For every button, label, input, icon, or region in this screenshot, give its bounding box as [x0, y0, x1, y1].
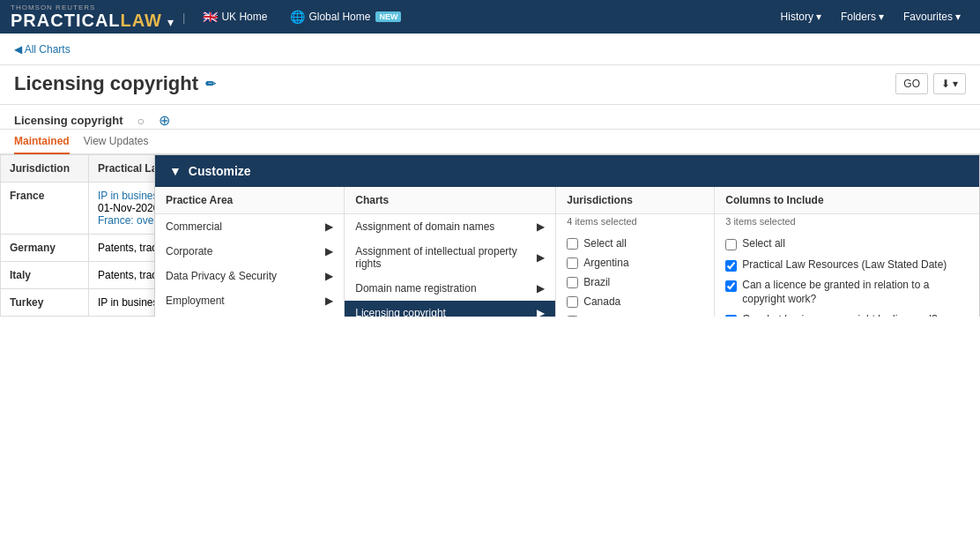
jurisdiction-select-all[interactable]: Select all: [556, 234, 714, 253]
practice-finance[interactable]: Finance & Financial Regulation ▶: [155, 313, 344, 317]
practice-data-privacy[interactable]: Data Privacy & Security ▶: [155, 264, 344, 288]
download-dropdown-icon: ▾: [953, 78, 958, 90]
jurisdiction-canada-checkbox[interactable]: [567, 296, 578, 308]
ip-assign-arrow-icon: ▶: [537, 251, 545, 264]
new-badge: NEW: [375, 11, 401, 22]
go-button[interactable]: GO: [895, 73, 928, 94]
jurisdictions-count: 4 items selected: [556, 214, 714, 230]
brand-logo: THOMSON REUTERS PRACTICALLAW ▾: [11, 4, 174, 29]
chart-ip-assignment[interactable]: Assignment of intellectual property righ…: [345, 239, 555, 276]
chart-section-title: Licensing copyright: [14, 114, 123, 127]
col-licence-granted[interactable]: Can a licence be granted in relation to …: [722, 275, 972, 310]
row-jurisdiction: Germany: [1, 235, 89, 262]
jurisdiction-china-checkbox[interactable]: [567, 316, 578, 317]
jurisdiction-canada[interactable]: Canada: [556, 292, 714, 311]
brand: THOMSON REUTERS PRACTICALLAW ▾ | 🇬🇧 UK H…: [11, 4, 410, 29]
commercial-arrow-icon: ▶: [325, 220, 333, 233]
global-home-label: Global Home: [308, 11, 370, 23]
tabs-bar: Maintained View Updates: [0, 130, 980, 154]
practice-commercial[interactable]: Commercial ▶: [155, 214, 344, 239]
practice-corporate[interactable]: Corporate ▶: [155, 239, 344, 264]
col-practical-law-label[interactable]: Practical Law Resources (Law Stated Date…: [742, 258, 947, 272]
row-jurisdiction: Turkey: [1, 289, 89, 317]
chart-domain-registration[interactable]: Domain name registration ▶: [345, 276, 555, 301]
tab-section: Licensing copyright ○ ⊕: [0, 105, 980, 130]
customize-panel: ▼ Customize Practice Area Commercial ▶ C…: [154, 154, 980, 317]
uk-home-label: UK Home: [221, 11, 267, 23]
jurisdiction-china[interactable]: China: [556, 311, 714, 317]
col-practical-law[interactable]: Practical Law Resources (Law Stated Date…: [722, 255, 972, 276]
tab-view-updates[interactable]: View Updates: [84, 130, 149, 154]
nav-right: History ▾ Folders ▾ Favourites ▾: [772, 5, 969, 28]
uk-flag-icon: 🇬🇧: [203, 10, 218, 24]
brand-name: PRACTICALLAW: [11, 11, 162, 29]
globe-icon: 🌐: [290, 10, 305, 24]
data-privacy-arrow-icon: ▶: [325, 270, 333, 282]
info-icon[interactable]: ○: [137, 114, 145, 128]
col-practical-law-checkbox[interactable]: [725, 260, 737, 272]
customize-header[interactable]: ▼ Customize: [155, 155, 979, 187]
jurisdiction-argentina-label[interactable]: Argentina: [583, 257, 628, 269]
col-licence-granted-label[interactable]: Can a licence be granted in relation to …: [742, 279, 969, 306]
corporate-arrow-icon: ▶: [325, 245, 333, 257]
col-select-all[interactable]: Select all: [722, 234, 972, 255]
practice-area-column: Practice Area Commercial ▶ Corporate ▶ D…: [155, 187, 345, 317]
chart-licensing-copyright[interactable]: Licensing copyright ▶: [345, 301, 555, 317]
charts-header: Charts: [345, 187, 555, 214]
uk-home-link[interactable]: 🇬🇧 UK Home: [194, 4, 276, 29]
jurisdiction-argentina[interactable]: Argentina: [556, 253, 714, 272]
jurisdiction-select-all-label[interactable]: Select all: [583, 237, 627, 250]
jurisdiction-china-label[interactable]: China: [583, 315, 611, 317]
col-basis-label[interactable]: On what basis can copyright be licensed?: [742, 313, 937, 317]
brand-dropdown[interactable]: ▾: [167, 15, 174, 29]
global-home-link[interactable]: 🌐 Global Home NEW: [281, 4, 410, 29]
jurisdiction-canada-label[interactable]: Canada: [583, 295, 620, 308]
columns-include-list: Select all Practical Law Resources (Law …: [715, 230, 979, 317]
col-licence-granted-checkbox[interactable]: [725, 280, 737, 292]
col-select-all-label[interactable]: Select all: [742, 237, 785, 251]
history-button[interactable]: History ▾: [772, 5, 830, 28]
page-title: Licensing copyright ✏: [14, 72, 216, 95]
header-actions: GO ⬇ ▾: [895, 73, 966, 94]
row-jurisdiction: France: [1, 183, 89, 235]
col-select-all-checkbox[interactable]: [725, 239, 737, 250]
domain-assign-arrow-icon: ▶: [537, 220, 545, 233]
jurisdictions-column: Jurisdictions 4 items selected Select al…: [556, 187, 715, 317]
navbar: THOMSON REUTERS PRACTICALLAW ▾ | 🇬🇧 UK H…: [0, 0, 980, 34]
jurisdiction-brazil-label[interactable]: Brazil: [583, 276, 610, 288]
jurisdiction-brazil[interactable]: Brazil: [556, 272, 714, 292]
col-basis[interactable]: On what basis can copyright be licensed?: [722, 310, 972, 317]
customize-chevron-icon: ▼: [169, 164, 182, 178]
tab-maintained[interactable]: Maintained: [14, 130, 70, 154]
history-chevron-icon: ▾: [816, 11, 821, 23]
practice-employment[interactable]: Employment ▶: [155, 288, 344, 313]
jurisdiction-argentina-checkbox[interactable]: [567, 257, 578, 269]
domain-reg-arrow-icon: ▶: [537, 282, 545, 295]
jurisdictions-header: Jurisdictions: [556, 187, 714, 214]
row-jurisdiction: Italy: [1, 262, 89, 289]
page-header: Licensing copyright ✏ GO ⬇ ▾: [0, 65, 980, 105]
customize-title: Customize: [189, 164, 251, 178]
table-wrapper: Jurisdiction Practical Law Resources (La…: [0, 154, 980, 317]
favourites-button[interactable]: Favourites ▾: [895, 5, 969, 28]
favourites-chevron-icon: ▾: [955, 11, 961, 23]
edit-icon[interactable]: ✏: [205, 77, 216, 91]
folders-button[interactable]: Folders ▾: [832, 5, 893, 28]
licensing-copyright-arrow-icon: ▶: [537, 307, 545, 317]
columns-include-header: Columns to Include: [715, 187, 979, 214]
add-tab-icon[interactable]: ⊕: [159, 112, 170, 129]
charts-column: Charts Assignment of domain names ▶ Assi…: [345, 187, 556, 317]
col-jurisdiction: Jurisdiction: [1, 155, 89, 183]
jurisdiction-select-all-checkbox[interactable]: [567, 238, 578, 250]
chart-domain-assignment[interactable]: Assignment of domain names ▶: [345, 214, 555, 239]
download-button[interactable]: ⬇ ▾: [933, 73, 966, 94]
customize-body: Practice Area Commercial ▶ Corporate ▶ D…: [155, 187, 979, 317]
back-all-charts[interactable]: ◀ All Charts: [14, 43, 71, 56]
jurisdiction-list: Select all Argentina Brazil Canada: [556, 230, 714, 317]
breadcrumb: ◀ All Charts: [0, 34, 980, 65]
jurisdiction-brazil-checkbox[interactable]: [567, 277, 578, 288]
practice-area-header: Practice Area: [155, 187, 344, 214]
main-wrapper: ◀ All Charts Licensing copyright ✏ GO ⬇ …: [0, 34, 980, 552]
folders-chevron-icon: ▾: [879, 11, 884, 23]
col-basis-checkbox[interactable]: [725, 315, 737, 317]
